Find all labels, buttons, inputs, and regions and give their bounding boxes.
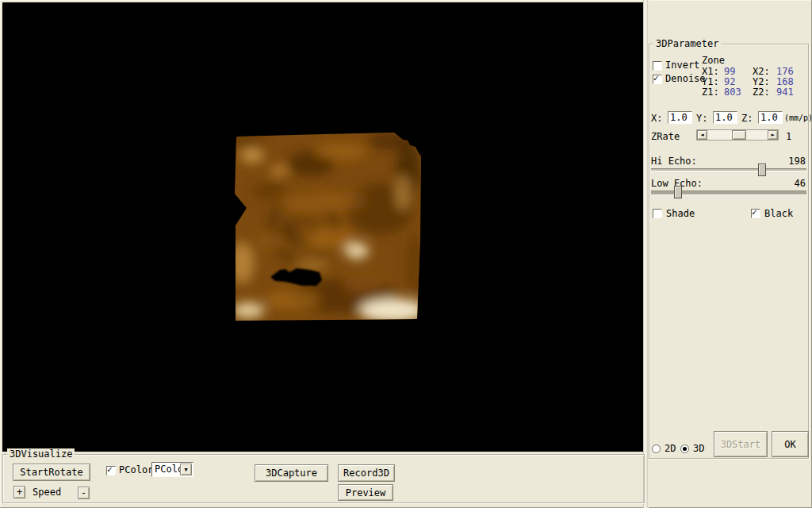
black-label: Black — [764, 209, 793, 219]
hi-echo-label: Hi Echo: — [651, 156, 697, 167]
zrate-value: 1 — [786, 132, 791, 142]
zone-z1-value: 803 — [724, 87, 741, 98]
pcolor-dropdown-button[interactable]: ▼ — [180, 464, 192, 475]
z-scale-label: Z: — [741, 114, 753, 124]
hi-echo-slider-thumb[interactable] — [758, 164, 766, 176]
scale-unit-label: (mm/p) — [784, 113, 812, 123]
pcolor-checkbox[interactable]: ✓ — [106, 466, 116, 475]
mode-3d-radio[interactable] — [680, 444, 689, 453]
scroll-left-icon: ◄ — [700, 132, 703, 138]
scroll-right-icon: ► — [771, 132, 774, 138]
panel-splitter — [643, 0, 649, 508]
mode-2d-radio[interactable] — [652, 444, 661, 453]
start-rotate-button[interactable]: StartRotate — [13, 464, 90, 481]
zrate-scroll-thumb[interactable] — [732, 130, 746, 140]
y-scale-input[interactable] — [713, 111, 737, 124]
low-echo-slider-thumb[interactable] — [674, 186, 682, 198]
y-scale-label: Y: — [696, 114, 707, 124]
render-canvas[interactable] — [2, 2, 643, 452]
speed-label: Speed — [33, 487, 61, 498]
zrate-label: ZRate — [651, 132, 680, 142]
checkmark-icon: ✓ — [653, 73, 659, 84]
record-3d-button[interactable]: Record3D — [338, 464, 395, 482]
shade-checkbox[interactable]: ✓ — [653, 209, 662, 218]
black-checkbox[interactable]: ✓ — [751, 209, 760, 218]
checkmark-icon: ✓ — [752, 207, 757, 218]
checkmark-icon: ✓ — [107, 464, 113, 475]
preview-button[interactable]: Preview — [338, 484, 393, 501]
hi-echo-value: 198 — [788, 156, 806, 167]
zrate-scrollbar[interactable]: ◄ ► — [696, 129, 779, 140]
x-scale-label: X: — [651, 114, 662, 124]
capture-3d-button[interactable]: 3DCapture — [255, 464, 328, 482]
zone-title: Zone — [702, 56, 725, 66]
mode-3d-label: 3D — [693, 444, 704, 454]
x-scale-input[interactable] — [668, 111, 692, 124]
pcolor-label: PColor — [119, 465, 153, 475]
ok-button[interactable]: OK — [772, 431, 809, 457]
low-echo-value: 46 — [795, 179, 806, 189]
start-3d-button[interactable]: 3DStart — [714, 431, 768, 457]
zone-z1-label: Z1: — [702, 87, 719, 98]
hi-echo-slider-track[interactable] — [651, 168, 806, 171]
denoise-label: Denoise — [665, 74, 706, 84]
zrate-scroll-right-button[interactable]: ► — [768, 130, 778, 140]
zone-z2-value: 941 — [776, 87, 794, 98]
ultrasound-3d-render — [2, 2, 643, 452]
visualize-groupbox: 3DVisualize StartRotate + Speed - ✓ PCol… — [2, 454, 645, 503]
speed-plus-button[interactable]: + — [13, 486, 25, 498]
z-scale-input[interactable] — [758, 111, 783, 124]
mode-2d-label: 2D — [665, 444, 676, 454]
parameter-groupbox: 3DParameter ✓ Invert ✓ Denoise Zone X1: … — [649, 44, 809, 459]
app-window: 3DParameter ✓ Invert ✓ Denoise Zone X1: … — [0, 0, 812, 508]
chevron-down-icon: ▼ — [184, 467, 187, 473]
zrate-scroll-left-button[interactable]: ◄ — [697, 130, 707, 140]
zone-z2-label: Z2: — [753, 87, 770, 98]
visualize-groupbox-title: 3DVisualize — [7, 448, 75, 460]
shade-label: Shade — [666, 209, 695, 219]
parameter-groupbox-title: 3DParameter — [653, 38, 721, 49]
pcolor-dropdown[interactable]: PColor ▼ — [151, 462, 193, 477]
denoise-checkbox[interactable]: ✓ — [653, 75, 662, 84]
invert-checkbox[interactable]: ✓ — [653, 61, 662, 71]
invert-label: Invert — [665, 60, 699, 71]
speed-minus-button[interactable]: - — [78, 487, 90, 499]
parameter-panel: 3DParameter ✓ Invert ✓ Denoise Zone X1: … — [649, 0, 812, 508]
